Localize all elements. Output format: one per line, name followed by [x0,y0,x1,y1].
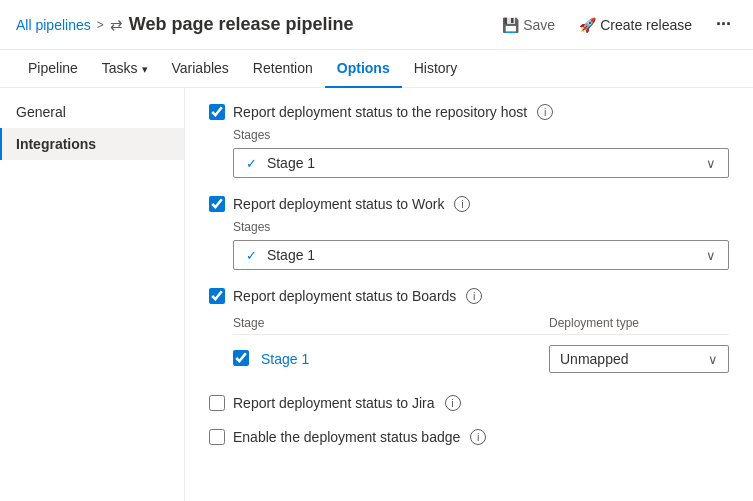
jira-checkbox-row: Report deployment status to Jira i [209,395,729,411]
save-icon: 💾 [502,17,519,33]
deployment-type-dropdown[interactable]: Unmapped ∨ [549,345,729,373]
boards-label: Report deployment status to Boards [233,288,456,304]
work-stages-dropdown[interactable]: ✓ Stage 1 ∨ [233,240,729,270]
boards-info-icon[interactable]: i [466,288,482,304]
boards-row-checkbox[interactable] [233,350,249,366]
chevron-down-icon-3: ∨ [708,352,718,367]
repo-host-checkbox-row: Report deployment status to the reposito… [209,104,729,120]
save-button[interactable]: 💾 Save [496,13,561,37]
sidebar-item-integrations[interactable]: Integrations [0,128,184,160]
more-options-button[interactable]: ··· [710,10,737,39]
breadcrumb-separator: > [97,18,104,32]
work-info-icon[interactable]: i [454,196,470,212]
section-repo-host: Report deployment status to the reposito… [209,104,729,178]
layout: General Integrations Report deployment s… [0,88,753,501]
repo-host-stages-dropdown[interactable]: ✓ Stage 1 ∨ [233,148,729,178]
work-stages-label: Stages [233,220,729,234]
tab-pipeline[interactable]: Pipeline [16,50,90,88]
boards-table-header: Stage Deployment type [233,312,729,335]
col-stage-header: Stage [233,316,549,330]
tab-history[interactable]: History [402,50,470,88]
badge-checkbox-row: Enable the deployment status badge i [209,429,729,445]
boards-table: Stage Deployment type Stage 1 Unmapped ∨ [233,312,729,377]
section-badge: Enable the deployment status badge i [209,429,729,445]
work-checkbox-row: Report deployment status to Work i [209,196,729,212]
tasks-chevron-icon: ▾ [142,63,148,75]
chevron-down-icon-2: ∨ [706,248,716,263]
section-jira: Report deployment status to Jira i [209,395,729,411]
top-bar: All pipelines > ⇄ Web page release pipel… [0,0,753,50]
create-release-button[interactable]: 🚀 Create release [573,13,698,37]
pipeline-icon: ⇄ [110,16,123,34]
section-boards: Report deployment status to Boards i Sta… [209,288,729,377]
top-actions: 💾 Save 🚀 Create release ··· [496,10,737,39]
col-type-header: Deployment type [549,316,729,330]
repo-host-stages-label: Stages [233,128,729,142]
deployment-type-value: Unmapped [560,351,629,367]
breadcrumb: All pipelines > ⇄ Web page release pipel… [16,14,496,35]
chevron-down-icon: ∨ [706,156,716,171]
tab-retention[interactable]: Retention [241,50,325,88]
sidebar-item-general[interactable]: General [0,96,184,128]
tab-variables[interactable]: Variables [160,50,241,88]
repo-host-checkbox[interactable] [209,104,225,120]
badge-checkbox[interactable] [209,429,225,445]
table-row: Stage 1 Unmapped ∨ [233,341,729,377]
boards-row-type: Unmapped ∨ [549,345,729,373]
tab-options[interactable]: Options [325,50,402,88]
jira-label: Report deployment status to Jira [233,395,435,411]
work-checkbox[interactable] [209,196,225,212]
tab-tasks[interactable]: Tasks ▾ [90,50,160,88]
badge-label: Enable the deployment status badge [233,429,460,445]
jira-info-icon[interactable]: i [445,395,461,411]
rocket-icon: 🚀 [579,17,596,33]
all-pipelines-link[interactable]: All pipelines [16,17,91,33]
work-label: Report deployment status to Work [233,196,444,212]
page-title: Web page release pipeline [129,14,354,35]
repo-host-label: Report deployment status to the reposito… [233,104,527,120]
main-content: Report deployment status to the reposito… [185,88,753,501]
boards-row-stage: Stage 1 [261,351,541,367]
nav-tabs: Pipeline Tasks ▾ Variables Retention Opt… [0,50,753,88]
repo-host-info-icon[interactable]: i [537,104,553,120]
check-icon-2: ✓ [246,248,257,263]
check-icon: ✓ [246,156,257,171]
jira-checkbox[interactable] [209,395,225,411]
section-work: Report deployment status to Work i Stage… [209,196,729,270]
sidebar: General Integrations [0,88,185,501]
badge-info-icon[interactable]: i [470,429,486,445]
boards-checkbox[interactable] [209,288,225,304]
boards-checkbox-row: Report deployment status to Boards i [209,288,729,304]
